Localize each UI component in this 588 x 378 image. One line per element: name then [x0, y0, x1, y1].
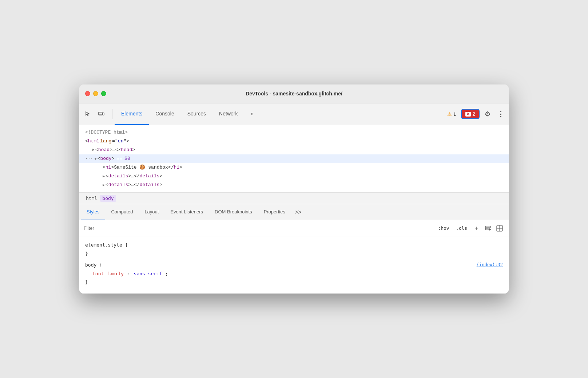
filter-tools: :hov .cls + — [436, 224, 504, 233]
more-button[interactable]: ⋮ — [496, 108, 506, 120]
devtools-body: Elements Console Sources Network » ⚠ — [79, 103, 509, 294]
more-icon: ⋮ — [497, 111, 504, 117]
cls-button[interactable]: .cls — [454, 225, 469, 232]
tab-more[interactable]: » — [244, 103, 260, 125]
warning-icon: ⚠ — [447, 111, 452, 117]
main-toolbar: Elements Console Sources Network » ⚠ — [79, 103, 509, 125]
breadcrumb: html body — [79, 193, 509, 204]
css-block-body-header: body { (index):32 — [85, 261, 503, 269]
force-state-icon — [485, 225, 491, 232]
svg-rect-3 — [485, 226, 490, 228]
close-button[interactable] — [85, 91, 90, 96]
tab-network[interactable]: Network — [212, 103, 244, 125]
svg-rect-1 — [103, 113, 104, 115]
dom-line-body[interactable]: ··· ▼ <body> == $0 — [79, 154, 509, 163]
error-count: 2 — [472, 111, 475, 117]
traffic-lights — [85, 91, 106, 96]
minimize-button[interactable] — [93, 91, 98, 96]
main-tabs: Elements Console Sources Network » — [115, 103, 260, 125]
dom-line-details2[interactable]: ▶ <details>…</details> — [79, 181, 509, 189]
dom-line-doctype[interactable]: <!DOCTYPE html> — [79, 128, 509, 137]
tab-styles[interactable]: Styles — [81, 204, 105, 220]
toolbar-divider — [112, 109, 112, 119]
force-state-button[interactable] — [483, 224, 493, 233]
dom-line-h1[interactable]: <h1>SameSite 🍪 sandbox</h1> — [79, 163, 509, 172]
toolbar-right: ⚠ 1 ✕ 2 ⚙ ⋮ — [444, 108, 506, 120]
filter-input[interactable] — [84, 225, 433, 231]
maximize-button[interactable] — [101, 91, 106, 96]
css-selector-element-style: element.style { — [85, 241, 503, 249]
tab-event-listeners[interactable]: Event Listeners — [164, 204, 209, 220]
tab-layout[interactable]: Layout — [139, 204, 164, 220]
add-style-button[interactable]: + — [472, 224, 481, 233]
tab-sources[interactable]: Sources — [181, 103, 212, 125]
panel-tabs: Styles Computed Layout Event Listeners D… — [79, 204, 509, 220]
tab-dom-breakpoints[interactable]: DOM Breakpoints — [209, 204, 258, 220]
inspect-element-button[interactable] — [82, 108, 94, 120]
window-title: DevTools - samesite-sandbox.glitch.me/ — [246, 91, 342, 97]
tab-computed[interactable]: Computed — [105, 204, 139, 220]
device-toggle-button[interactable] — [95, 108, 107, 120]
css-source-link[interactable]: (index):32 — [477, 261, 503, 269]
error-badge[interactable]: ✕ 2 — [461, 109, 480, 119]
dom-tree: <!DOCTYPE html> <html lang="en"> ▶ <head… — [79, 125, 509, 193]
tab-elements[interactable]: Elements — [115, 103, 149, 125]
svg-rect-4 — [485, 228, 488, 230]
color-format-button[interactable] — [495, 224, 504, 233]
error-icon: ✕ — [465, 112, 471, 117]
tab-properties[interactable]: Properties — [258, 204, 291, 220]
breadcrumb-body[interactable]: body — [100, 195, 116, 202]
hov-button[interactable]: :hov — [436, 225, 451, 232]
css-block-element-style: element.style { } — [85, 241, 503, 258]
devtools-window: DevTools - samesite-sandbox.glitch.me/ — [79, 84, 509, 294]
titlebar: DevTools - samesite-sandbox.glitch.me/ — [79, 84, 509, 103]
warning-count: 1 — [453, 111, 456, 117]
dom-line-html[interactable]: <html lang="en"> — [79, 137, 509, 146]
filter-bar: :hov .cls + — [79, 220, 509, 236]
dom-line-details1[interactable]: ▶ <details>…</details> — [79, 172, 509, 181]
warning-badge[interactable]: ⚠ 1 — [444, 110, 459, 118]
gear-icon: ⚙ — [485, 110, 490, 118]
breadcrumb-html[interactable]: html — [84, 195, 99, 202]
css-panel: element.style { } body { (index):32 font… — [79, 236, 509, 294]
color-format-icon — [496, 225, 503, 232]
css-block-body: body { (index):32 font-family : sans-ser… — [85, 261, 503, 286]
panel-tab-more[interactable]: >> — [291, 204, 305, 220]
css-property-font-family[interactable]: font-family : sans-serif ; — [85, 269, 503, 278]
svg-rect-0 — [99, 112, 102, 115]
dom-line-head[interactable]: ▶ <head>…</head> — [79, 146, 509, 154]
css-close-element-style: } — [85, 249, 503, 258]
toolbar-icons — [82, 108, 107, 120]
settings-button[interactable]: ⚙ — [482, 108, 493, 120]
css-close-body: } — [85, 278, 503, 286]
tab-console[interactable]: Console — [149, 103, 180, 125]
